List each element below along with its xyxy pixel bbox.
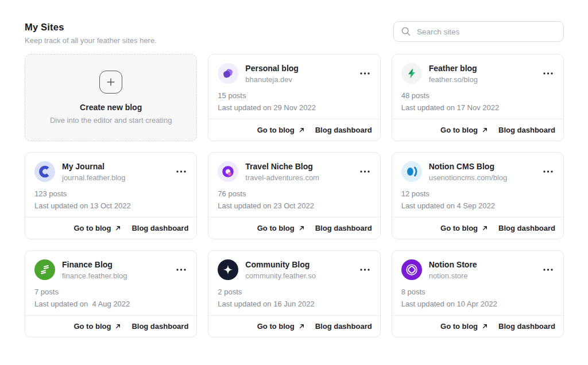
card-footer: Go to blog Blog dashboard (25, 217, 196, 239)
site-card-notion-store: Notion Store notion.store 8 posts Last u… (392, 250, 564, 337)
card-footer: Go to blog Blog dashboard (392, 315, 563, 337)
card-head: Community Blog community.feather.so (218, 259, 370, 280)
site-name: Notion CMS Blog (429, 162, 508, 172)
green-bolt-logo-icon (401, 63, 422, 84)
go-to-blog-link[interactable]: Go to blog (257, 224, 305, 232)
site-card-feather-blog: Feather blog feather.so/blog 48 posts La… (392, 54, 564, 141)
blog-dashboard-link[interactable]: Blog dashboard (315, 322, 372, 331)
card-footer: Go to blog Blog dashboard (208, 119, 380, 141)
last-updated: Last updated on 29 Nov 2022 (218, 103, 370, 112)
site-name: Community Blog (245, 260, 316, 270)
go-to-blog-link[interactable]: Go to blog (74, 224, 121, 232)
blog-dashboard-link[interactable]: Blog dashboard (131, 224, 188, 232)
blog-dashboard-link[interactable]: Blog dashboard (498, 322, 555, 331)
site-meta: My Journal journal.feather.blog (62, 162, 126, 182)
blog-dashboard-label: Blog dashboard (498, 224, 555, 232)
white-knot-logo-icon (401, 259, 422, 280)
card-footer: Go to blog Blog dashboard (208, 217, 380, 239)
card-body: Travel Niche Blog travel-adventures.com … (208, 153, 380, 217)
arrow-up-right-icon (299, 127, 305, 133)
card-menu-button[interactable] (542, 167, 554, 176)
site-meta: Travel Niche Blog travel-adventures.com (245, 162, 319, 182)
search-box (393, 21, 564, 42)
blue-c-logo-icon (34, 161, 55, 182)
blue-orb-arc-logo-icon (401, 161, 422, 182)
post-count: 2 posts (218, 288, 370, 296)
arrow-up-right-icon (299, 323, 305, 329)
card-head: Personal blog bhanuteja.dev (218, 63, 370, 84)
site-meta: Community Blog community.feather.so (245, 260, 316, 280)
blog-dashboard-link[interactable]: Blog dashboard (315, 126, 372, 134)
card-menu-button[interactable] (175, 167, 187, 176)
card-footer: Go to blog Blog dashboard (392, 217, 563, 239)
go-to-blog-label: Go to blog (74, 224, 111, 232)
blog-dashboard-link[interactable]: Blog dashboard (498, 224, 555, 232)
create-card-subtitle: Dive into the editor and start creating (50, 116, 172, 125)
green-stripes-logo-icon (34, 259, 55, 280)
site-card-finance-blog: Finance Blog finance.feather.blog 7 post… (25, 250, 197, 337)
card-head: Notion CMS Blog usenotioncms.com/blog (401, 161, 554, 182)
blog-dashboard-label: Blog dashboard (498, 322, 555, 331)
ellipsis-icon (360, 72, 370, 75)
card-menu-button[interactable] (542, 69, 554, 78)
card-menu-button[interactable] (359, 69, 371, 78)
ellipsis-icon (360, 170, 370, 173)
go-to-blog-link[interactable]: Go to blog (257, 322, 305, 331)
arrow-up-right-icon (115, 323, 121, 329)
post-count: 123 posts (34, 189, 187, 198)
site-domain: notion.store (429, 271, 477, 280)
card-menu-button[interactable] (359, 265, 371, 274)
search-input[interactable] (393, 21, 564, 42)
plus-box (99, 71, 122, 94)
card-menu-button[interactable] (359, 167, 371, 176)
plus-icon (106, 77, 115, 87)
card-body: My Journal journal.feather.blog 123 post… (25, 153, 196, 217)
blog-dashboard-link[interactable]: Blog dashboard (131, 322, 188, 331)
card-body: Finance Blog finance.feather.blog 7 post… (25, 251, 196, 315)
arrow-up-right-icon (482, 225, 488, 231)
go-to-blog-link[interactable]: Go to blog (440, 126, 488, 134)
site-name: Feather blog (429, 64, 478, 73)
ellipsis-icon (543, 170, 553, 173)
go-to-blog-link[interactable]: Go to blog (440, 224, 488, 232)
card-footer: Go to blog Blog dashboard (25, 315, 196, 337)
site-name: Travel Niche Blog (245, 162, 319, 172)
card-footer: Go to blog Blog dashboard (208, 315, 380, 337)
site-meta: Notion CMS Blog usenotioncms.com/blog (429, 162, 508, 182)
last-updated: Last updated on 4 Sep 2022 (401, 201, 554, 210)
go-to-blog-link[interactable]: Go to blog (74, 322, 121, 331)
card-body: Feather blog feather.so/blog 48 posts La… (392, 55, 563, 119)
site-domain: journal.feather.blog (62, 173, 126, 182)
blog-dashboard-link[interactable]: Blog dashboard (315, 224, 372, 232)
blog-dashboard-label: Blog dashboard (131, 224, 188, 232)
go-to-blog-link[interactable]: Go to blog (257, 126, 305, 134)
blog-dashboard-label: Blog dashboard (498, 126, 555, 134)
blog-dashboard-link[interactable]: Blog dashboard (498, 126, 555, 134)
site-domain: finance.feather.blog (62, 271, 127, 280)
site-name: Notion Store (429, 260, 477, 270)
arrow-up-right-icon (482, 127, 488, 133)
white-sparkle-logo-icon (218, 259, 238, 280)
last-updated: Last updated on 10 Apr 2022 (401, 300, 554, 308)
go-to-blog-label: Go to blog (440, 322, 478, 331)
post-count: 15 posts (218, 91, 370, 100)
post-count: 7 posts (34, 288, 187, 296)
site-domain: bhanuteja.dev (245, 75, 299, 84)
card-menu-button[interactable] (542, 265, 554, 274)
create-new-blog-card[interactable]: Create new blog Dive into the editor and… (25, 54, 197, 141)
card-body: Community Blog community.feather.so 2 po… (208, 251, 380, 315)
site-card-personal-blog: Personal blog bhanuteja.dev 15 posts Las… (208, 54, 380, 141)
last-updated: Last updated on 17 Nov 2022 (401, 103, 554, 112)
card-menu-button[interactable] (175, 265, 187, 274)
post-count: 76 posts (218, 189, 370, 198)
go-to-blog-link[interactable]: Go to blog (440, 322, 488, 331)
post-count: 48 posts (401, 91, 554, 100)
my-sites-page: My Sites Keep track of all your feather … (0, 0, 588, 337)
last-updated: Last updated on 13 Oct 2022 (34, 201, 187, 210)
card-body: Notion Store notion.store 8 posts Last u… (392, 251, 563, 315)
card-head: My Journal journal.feather.blog (34, 161, 187, 182)
card-head: Feather blog feather.so/blog (401, 63, 554, 84)
blog-dashboard-label: Blog dashboard (315, 224, 372, 232)
card-head: Notion Store notion.store (401, 259, 554, 280)
site-domain: travel-adventures.com (245, 173, 319, 182)
